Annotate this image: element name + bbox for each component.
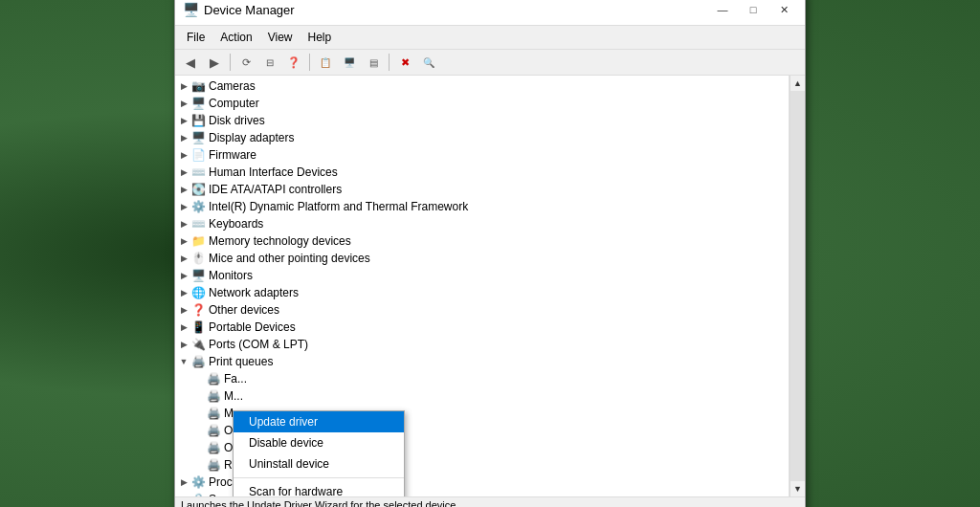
- menu-file[interactable]: File: [179, 28, 212, 47]
- expand-memory[interactable]: ▶: [177, 234, 190, 248]
- device-manager-window: 🖥️ Device Manager — □ ✕ File Action View…: [174, 0, 806, 507]
- expand-mice[interactable]: ▶: [177, 252, 190, 265]
- title-bar: 🖥️ Device Manager — □ ✕: [175, 0, 805, 26]
- expand-network[interactable]: ▶: [177, 286, 190, 299]
- expand-diskdrives[interactable]: ▶: [177, 114, 190, 127]
- computer-label: Computer: [209, 97, 259, 110]
- tree-item-monitors[interactable]: ▶ 🖥️ Monitors: [175, 267, 789, 284]
- memory-icon: 📁: [190, 233, 206, 249]
- intel-icon: ⚙️: [190, 199, 206, 214]
- expand-monitors[interactable]: ▶: [177, 269, 190, 282]
- cameras-icon: 📷: [190, 78, 206, 94]
- back-button[interactable]: ◀: [179, 52, 202, 73]
- toolbar-separator-3: [389, 54, 390, 71]
- refresh-button[interactable]: ⟳: [234, 52, 257, 73]
- menu-view[interactable]: View: [260, 28, 301, 47]
- expand-displayadapters[interactable]: ▶: [177, 131, 190, 144]
- update-driver-toolbar[interactable]: 📋: [314, 52, 337, 73]
- pq3-icon: 🖨️: [206, 406, 221, 421]
- tree-item-intel[interactable]: ▶ ⚙️ Intel(R) Dynamic Platform and Therm…: [175, 198, 789, 215]
- menu-action[interactable]: Action: [212, 28, 259, 47]
- expand-keyboards[interactable]: ▶: [177, 217, 190, 231]
- context-menu: Update driver Disable device Uninstall d…: [233, 410, 405, 496]
- tree-item-pq2[interactable]: ▶ 🖨️ M...: [190, 387, 789, 405]
- expand-security[interactable]: ▶: [177, 493, 190, 496]
- portable-label: Portable Devices: [209, 320, 296, 334]
- forward-button[interactable]: ▶: [203, 52, 226, 73]
- ctx-disable-device[interactable]: Disable device: [234, 432, 404, 453]
- printqueues-label: Print queues: [209, 355, 273, 368]
- close-button[interactable]: ✕: [770, 0, 797, 19]
- search-toolbar[interactable]: 🔍: [417, 52, 440, 73]
- pq6-icon: 🖨️: [206, 457, 221, 473]
- hid-icon: ⌨️: [190, 165, 206, 180]
- tree-item-printqueues[interactable]: ▼ 🖨️ Print queues: [175, 353, 789, 370]
- pq2-label: M...: [224, 389, 243, 403]
- pq1-label: Fa...: [224, 372, 247, 386]
- scroll-up-arrow[interactable]: ▲: [791, 76, 806, 91]
- window-icon: 🖥️: [183, 2, 198, 17]
- expand-cameras[interactable]: ▶: [177, 79, 190, 93]
- tree-item-displayadapters[interactable]: ▶ 🖥️ Display adapters: [175, 129, 789, 146]
- expand-ide[interactable]: ▶: [177, 183, 190, 196]
- keyboards-label: Keyboards: [209, 217, 263, 231]
- tree-item-ports[interactable]: ▶ 🔌 Ports (COM & LPT): [175, 336, 789, 353]
- displayadapters-icon: 🖥️: [190, 130, 206, 145]
- security-icon: 🔒: [190, 492, 206, 496]
- vertical-scrollbar[interactable]: ▲ ▼: [790, 76, 805, 496]
- tree-item-pq1[interactable]: ▶ 🖨️ Fa...: [190, 370, 789, 387]
- toolbar: ◀ ▶ ⟳ ⊟ ❓ 📋 🖥️ ▤ ✖ 🔍: [175, 50, 805, 76]
- expand-intel[interactable]: ▶: [177, 200, 190, 213]
- properties-button[interactable]: ⊟: [258, 52, 281, 73]
- tree-item-portable[interactable]: ▶ 📱 Portable Devices: [175, 319, 789, 336]
- view-button[interactable]: ▤: [362, 52, 385, 73]
- expand-portable[interactable]: ▶: [177, 320, 190, 334]
- expand-firmware[interactable]: ▶: [177, 148, 190, 162]
- ctx-update-driver[interactable]: Update driver: [234, 411, 404, 432]
- scroll-track[interactable]: [791, 91, 805, 481]
- other-label: Other devices: [209, 303, 279, 317]
- expand-other[interactable]: ▶: [177, 303, 190, 317]
- toolbar-separator-2: [309, 54, 310, 71]
- status-bar: Launches the Update Driver Wizard for th…: [175, 496, 805, 507]
- tree-item-mice[interactable]: ▶ 🖱️ Mice and other pointing devices: [175, 250, 789, 267]
- pq5-icon: 🖨️: [206, 440, 221, 455]
- maximize-button[interactable]: □: [740, 0, 767, 19]
- tree-item-firmware[interactable]: ▶ 📄 Firmware: [175, 146, 789, 164]
- minimize-button[interactable]: —: [709, 0, 736, 19]
- tree-item-network[interactable]: ▶ 🌐 Network adapters: [175, 284, 789, 301]
- firmware-icon: 📄: [190, 147, 206, 163]
- ctx-uninstall-device[interactable]: Uninstall device: [234, 453, 404, 474]
- processors-icon: ⚙️: [190, 474, 206, 490]
- expand-hid[interactable]: ▶: [177, 165, 190, 179]
- status-text: Launches the Update Driver Wizard for th…: [181, 499, 458, 507]
- tree-item-memory[interactable]: ▶ 📁 Memory technology devices: [175, 232, 789, 250]
- ide-icon: 💽: [190, 182, 206, 197]
- tree-item-keyboards[interactable]: ▶ ⌨️ Keyboards: [175, 215, 789, 232]
- expand-ports[interactable]: ▶: [177, 338, 190, 351]
- help-button[interactable]: ❓: [282, 52, 305, 73]
- window-controls: — □ ✕: [709, 0, 797, 19]
- mice-label: Mice and other pointing devices: [209, 252, 370, 265]
- ports-label: Ports (COM & LPT): [209, 338, 308, 351]
- tree-item-other[interactable]: ▶ ❓ Other devices: [175, 301, 789, 319]
- expand-computer[interactable]: ▶: [177, 97, 190, 110]
- cameras-label: Cameras: [209, 79, 256, 93]
- device-tree[interactable]: ▶ 📷 Cameras ▶ 🖥️ Computer ▶ 💾 Disk drive…: [175, 76, 790, 496]
- tree-item-computer[interactable]: ▶ 🖥️ Computer: [175, 95, 789, 112]
- disable-toolbar[interactable]: ✖: [393, 52, 416, 73]
- pq1-icon: 🖨️: [206, 371, 221, 386]
- tree-item-ide[interactable]: ▶ 💽 IDE ATA/ATAPI controllers: [175, 181, 789, 198]
- menu-help[interactable]: Help: [301, 28, 340, 47]
- memory-label: Memory technology devices: [209, 234, 351, 248]
- tree-item-cameras[interactable]: ▶ 📷 Cameras: [175, 77, 789, 95]
- menu-bar: File Action View Help: [175, 26, 805, 50]
- scan-button[interactable]: 🖥️: [338, 52, 361, 73]
- scroll-down-arrow[interactable]: ▼: [791, 481, 806, 496]
- expand-printqueues[interactable]: ▼: [177, 355, 190, 368]
- firmware-label: Firmware: [209, 148, 256, 162]
- ctx-scan-hardware[interactable]: Scan for hardware changes: [234, 481, 404, 496]
- expand-processors[interactable]: ▶: [177, 475, 190, 489]
- tree-item-diskdrives[interactable]: ▶ 💾 Disk drives: [175, 112, 789, 129]
- tree-item-hid[interactable]: ▶ ⌨️ Human Interface Devices: [175, 164, 789, 181]
